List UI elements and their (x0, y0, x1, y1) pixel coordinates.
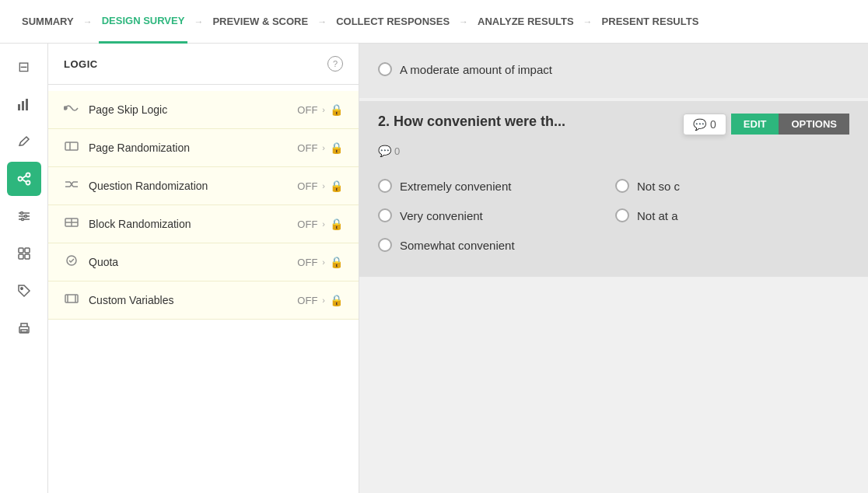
icon-sidebar: ⊟ (0, 44, 48, 493)
page-randomization-item[interactable]: Page Randomization OFF › 🔒 (48, 129, 359, 167)
page-rand-label: Page Randomization (89, 142, 190, 154)
custom-var-arrow: › (322, 295, 325, 305)
top-navigation: SUMMARY → DESIGN SURVEY → PREVIEW & SCOR… (0, 0, 868, 44)
svg-point-5 (26, 181, 30, 185)
logic-panel: LOGIC ? Page Skip Logic OFF › 🔒 (48, 44, 359, 493)
svg-point-19 (64, 107, 67, 110)
somewhat-convenient-option: Somewhat convenient (378, 232, 612, 258)
nav-arrow-2: → (194, 16, 203, 27)
svg-rect-14 (19, 254, 23, 259)
logic-right-2: OFF › 🔒 (297, 180, 343, 192)
radio-circle[interactable] (378, 238, 392, 252)
svg-rect-2 (26, 99, 28, 110)
nav-design-survey[interactable]: DESIGN SURVEY (99, 0, 188, 44)
svg-point-16 (20, 288, 22, 289)
svg-rect-13 (25, 248, 30, 253)
page-skip-icon (64, 102, 79, 117)
custom-variables-item[interactable]: Custom Variables OFF › 🔒 (48, 281, 359, 320)
logic-header: LOGIC ? (48, 44, 359, 85)
svg-rect-0 (18, 104, 20, 110)
nav-preview-score[interactable]: PREVIEW & SCORE (209, 0, 311, 44)
page-skip-status: OFF (297, 104, 317, 116)
logic-icon[interactable] (7, 162, 41, 196)
chart-icon[interactable] (7, 87, 41, 121)
nav-collect-label: COLLECT RESPONSES (336, 16, 450, 27)
svg-point-10 (24, 215, 26, 218)
help-icon[interactable]: ? (327, 56, 343, 72)
svg-rect-20 (65, 142, 78, 150)
extremely-convenient-text: Extremely convenient (400, 180, 511, 193)
page-skip-logic-item[interactable]: Page Skip Logic OFF › 🔒 (48, 91, 359, 129)
question-randomization-item[interactable]: Question Randomization OFF › 🔒 (48, 167, 359, 205)
not-so-option: Not so c (615, 173, 849, 199)
quota-label: Quota (89, 256, 118, 268)
radio-circle[interactable] (615, 179, 629, 193)
block-rand-lock: 🔒 (330, 218, 343, 230)
block-randomization-item[interactable]: Block Randomization OFF › 🔒 (48, 205, 359, 243)
radio-circle[interactable] (378, 62, 392, 76)
quota-item[interactable]: Quota OFF › 🔒 (48, 243, 359, 281)
page-rand-status: OFF (297, 142, 317, 154)
nav-arrow-1: → (83, 16, 93, 27)
edit-icon[interactable] (7, 124, 41, 159)
grid-icon[interactable] (7, 236, 41, 271)
options-button[interactable]: OPTIONS (779, 114, 849, 135)
svg-point-11 (21, 219, 23, 221)
comment-popup[interactable]: 💬 0 (683, 114, 726, 135)
question-text: How convenient were th... (394, 114, 565, 129)
custom-var-label: Custom Variables (89, 294, 173, 306)
moderate-impact-text: A moderate amount of impact (400, 63, 552, 76)
svg-point-9 (20, 212, 23, 215)
question-title: 2. How convenient were th... (378, 114, 683, 130)
very-convenient-option: Very convenient (378, 202, 612, 229)
print-icon[interactable] (7, 311, 41, 345)
nav-present-results[interactable]: PRESENT RESULTS (599, 0, 702, 44)
logic-item-left: Page Randomization (64, 140, 190, 156)
radio-circle[interactable] (615, 208, 629, 222)
logic-right-0: OFF › 🔒 (297, 103, 343, 116)
logic-right-1: OFF › 🔒 (297, 142, 343, 154)
block-rand-label: Block Randomization (89, 218, 191, 230)
page-skip-lock: 🔒 (330, 103, 343, 116)
nav-preview-label: PREVIEW & SCORE (212, 16, 308, 27)
edit-button[interactable]: EDIT (731, 114, 779, 135)
content-area: A moderate amount of impact 2. How conve… (359, 44, 868, 493)
logic-item-left: Quota (64, 254, 118, 270)
radio-circle[interactable] (378, 179, 392, 193)
nav-analyze-results[interactable]: ANALYZE RESULTS (474, 0, 577, 44)
nav-analyze-label: ANALYZE RESULTS (478, 16, 574, 27)
comment-count-below: 0 (394, 145, 400, 157)
extremely-convenient-option: Extremely convenient (378, 173, 612, 199)
q-rand-label: Question Randomization (89, 180, 208, 192)
moderate-impact-option: A moderate amount of impact (378, 56, 849, 82)
radio-circle[interactable] (378, 208, 392, 222)
svg-rect-12 (19, 248, 23, 253)
nav-present-label: PRESENT RESULTS (602, 16, 699, 27)
q-rand-arrow: › (322, 181, 325, 191)
page-rand-icon (64, 140, 79, 156)
comment-bubble-icon: 💬 (693, 118, 706, 131)
question-2-card: 2. How convenient were th... 💬 0 EDIT OP… (359, 101, 868, 277)
page-rand-arrow: › (322, 143, 325, 152)
q-rand-icon (64, 178, 79, 194)
inbox-icon[interactable]: ⊟ (7, 50, 41, 84)
quota-status: OFF (297, 257, 317, 268)
quota-icon (64, 254, 79, 270)
quota-lock: 🔒 (330, 256, 343, 268)
svg-rect-15 (25, 254, 30, 259)
logic-item-left: Custom Variables (64, 292, 173, 308)
nav-arrow-3: → (317, 16, 327, 27)
main-layout: ⊟ LOGIC ? (0, 44, 868, 493)
question-number: 2. (378, 114, 390, 129)
nav-summary[interactable]: SUMMARY (19, 0, 77, 44)
nav-arrow-4: → (459, 16, 468, 27)
nav-collect-responses[interactable]: COLLECT RESPONSES (333, 0, 453, 44)
tag-icon[interactable] (7, 274, 41, 308)
logic-items-list: Page Skip Logic OFF › 🔒 Page Randomizati… (48, 85, 359, 326)
block-rand-status: OFF (297, 219, 317, 230)
comment-count-row: 💬 0 (359, 142, 868, 170)
sliders-icon[interactable] (7, 199, 41, 233)
block-rand-icon (64, 216, 79, 232)
nav-arrow-5: → (583, 16, 593, 27)
block-rand-arrow: › (322, 219, 325, 229)
